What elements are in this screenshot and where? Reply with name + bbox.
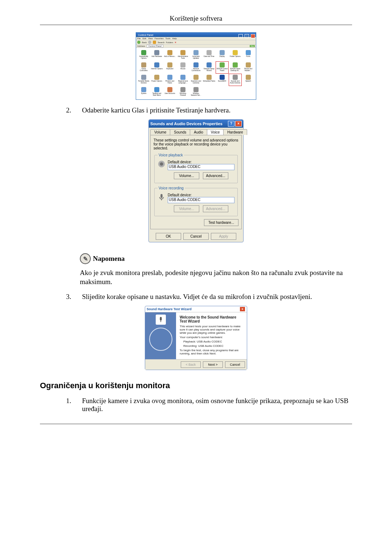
- ok-button[interactable]: OK: [156, 233, 181, 240]
- recording-volume-button[interactable]: Volume...: [174, 205, 199, 212]
- sa-tabs: VolumeSoundsAudioVoiceHardware: [149, 128, 243, 135]
- step-2: 2. Odaberite karticu Glas i pritisnite T…: [40, 106, 352, 114]
- test-hardware-button[interactable]: Test hardware...: [204, 219, 238, 226]
- cp-item-icon: [180, 50, 185, 55]
- menu-view[interactable]: View: [148, 37, 153, 40]
- minimize-button[interactable]: _: [238, 34, 243, 38]
- cp-item[interactable]: Automatic Updates: [190, 49, 202, 61]
- close-button[interactable]: ×: [235, 121, 242, 127]
- cp-item[interactable]: Power Options: [151, 74, 163, 86]
- cp-item[interactable]: Mouse: [177, 62, 189, 73]
- cp-item[interactable]: Printers and Faxes: [164, 74, 176, 86]
- back-button[interactable]: < Back: [181, 361, 201, 368]
- tab-audio[interactable]: Audio: [190, 129, 207, 135]
- cp-item[interactable]: Regional and Language ...: [177, 74, 189, 86]
- cp-item-icon: [193, 75, 199, 80]
- playback-device-select[interactable]: USB Audio CODEC: [168, 164, 234, 170]
- next-button[interactable]: Next >: [203, 361, 223, 368]
- cp-item[interactable]: Game Controllers: [138, 62, 150, 73]
- cp-item[interactable]: Accessibility Options: [138, 49, 150, 61]
- cp-item-label: System: [138, 93, 150, 94]
- cp-item[interactable]: Date and Time: [203, 49, 215, 61]
- tab-volume[interactable]: Volume: [150, 129, 170, 135]
- cp-item-label: User Accounts: [164, 93, 176, 94]
- cp-item-label: Accessibility Options: [138, 56, 150, 59]
- address-value[interactable]: Control Panel: [147, 45, 163, 48]
- cp-item[interactable]: NVIDIA nView Desktop M...: [229, 62, 241, 73]
- cp-item[interactable]: Internet Options: [151, 62, 163, 73]
- maximize-button[interactable]: □: [245, 34, 249, 38]
- apply-button[interactable]: Apply: [211, 233, 236, 240]
- menu-help[interactable]: Help: [172, 37, 177, 40]
- tab-hardware[interactable]: Hardware: [223, 129, 247, 135]
- cp-items-grid: Accessibility OptionsAdd HardwareAdd or …: [136, 48, 256, 99]
- cp-item[interactable]: Speech: [242, 74, 254, 86]
- cp-item-label: Add or Remov...: [164, 56, 176, 57]
- tab-voice[interactable]: Voice: [207, 129, 224, 135]
- cp-item[interactable]: Taskbar and Start Menu: [151, 86, 163, 98]
- tab-sounds[interactable]: Sounds: [170, 129, 190, 135]
- cp-item[interactable]: Fonts: [242, 49, 254, 61]
- item-number: 1.: [40, 397, 80, 413]
- menu-file[interactable]: File: [137, 37, 141, 40]
- cp-item[interactable]: Add Hardware: [151, 49, 163, 61]
- menu-tools[interactable]: Tools: [166, 37, 171, 40]
- cp-item[interactable]: Scanners and Cameras: [190, 74, 202, 86]
- cp-item[interactable]: Sounds and Audio Devices: [229, 74, 241, 86]
- help-button[interactable]: ?: [228, 121, 234, 127]
- cp-item[interactable]: Wireless Network Set...: [190, 86, 202, 98]
- go-button[interactable]: Go: [250, 45, 255, 47]
- cp-item[interactable]: Network Setup Wizard: [203, 62, 215, 73]
- cp-item[interactable]: NVIDIA Control Panel: [216, 62, 228, 73]
- cp-item[interactable]: SoundMAX: [216, 74, 228, 86]
- cp-item-icon: [154, 87, 159, 92]
- cp-item[interactable]: Network Connections: [190, 62, 202, 73]
- cp-item-icon: [220, 75, 225, 80]
- cp-item[interactable]: Display: [216, 49, 228, 61]
- svg-rect-2: [160, 194, 163, 198]
- back-icon[interactable]: [137, 41, 140, 44]
- cp-item[interactable]: System: [138, 86, 150, 98]
- cp-item[interactable]: Scheduled Tasks: [203, 74, 215, 86]
- wizard-heading: Welcome to the Sound Hardware Test Wizar…: [180, 315, 243, 323]
- speaker-graphic-icon: [149, 328, 172, 351]
- up-icon[interactable]: [153, 41, 156, 44]
- cp-item-label: Mouse: [177, 68, 189, 70]
- recording-device-select[interactable]: USB Audio CODEC: [168, 197, 234, 203]
- recording-advanced-button[interactable]: Advanced...: [203, 205, 228, 212]
- cp-item[interactable]: Keyboard: [164, 62, 176, 73]
- close-button[interactable]: ×: [240, 307, 245, 312]
- cp-item[interactable]: Folder Options: [229, 49, 241, 61]
- voice-recording-group: Voice recording Default device: USB Audi…: [154, 186, 238, 216]
- playback-advanced-button[interactable]: Advanced...: [203, 172, 228, 179]
- cancel-button[interactable]: Cancel: [183, 233, 209, 240]
- playback-volume-button[interactable]: Volume...: [174, 172, 199, 179]
- cp-item[interactable]: Administrative Tools: [177, 49, 189, 61]
- wiz-title-text: Sound Hardware Test Wizard: [147, 307, 192, 311]
- cp-item-label: Windows Firewall: [177, 93, 189, 96]
- cancel-button[interactable]: Cancel: [225, 361, 245, 368]
- cp-item[interactable]: Portable Media Devices: [138, 74, 150, 86]
- cp-item[interactable]: User Accounts: [164, 86, 176, 98]
- cp-toolbar: Back Search Folders ✕: [136, 40, 256, 45]
- delete-icon[interactable]: ✕: [175, 41, 176, 44]
- cp-item-icon: [154, 75, 159, 80]
- cp-item[interactable]: Phone and Modem ...: [242, 62, 254, 73]
- address-label: Address: [137, 45, 145, 47]
- forward-icon[interactable]: [148, 41, 151, 44]
- item-text: Funkcije kamere i zvuka ovog monitora, o…: [80, 397, 352, 413]
- recording-label: Default device:: [168, 193, 234, 197]
- search-label[interactable]: Search: [158, 41, 164, 44]
- cp-item-icon: [193, 87, 199, 92]
- sounds-dialog: Sounds and Audio Devices Properties ?× V…: [148, 119, 244, 242]
- cp-addressbar[interactable]: Address Control Panel Go: [136, 45, 256, 48]
- cp-item-label: Folder Options: [229, 56, 241, 57]
- cp-item[interactable]: Add or Remov...: [164, 49, 176, 61]
- close-button[interactable]: ×: [251, 34, 255, 38]
- cp-item-label: Game Controllers: [138, 68, 150, 71]
- cp-item[interactable]: Windows Firewall: [177, 86, 189, 98]
- menu-edit[interactable]: Edit: [143, 37, 146, 40]
- folders-label[interactable]: Folders: [166, 41, 173, 44]
- cp-item-icon: [233, 62, 238, 67]
- menu-favorites[interactable]: Favorites: [155, 37, 164, 40]
